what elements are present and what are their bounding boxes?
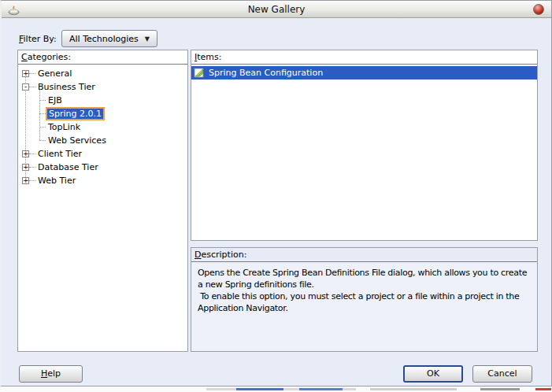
filter-dropdown[interactable]: All Technologies ▼ xyxy=(61,30,157,47)
expand-plus-icon[interactable]: + xyxy=(22,70,29,77)
tree-stub xyxy=(29,73,35,74)
tree-node-label[interactable]: Web Services xyxy=(46,135,109,146)
tree-node-general[interactable]: + General xyxy=(18,67,187,80)
tree-stub xyxy=(29,87,35,87)
tree-node-label[interactable]: Web Tier xyxy=(35,175,78,187)
close-button[interactable] xyxy=(533,4,544,15)
ok-button[interactable]: OK xyxy=(403,365,463,383)
expand-plus-icon[interactable]: + xyxy=(22,177,29,184)
tree-stub xyxy=(39,140,46,141)
tree-node-database-tier[interactable]: + Database Tier xyxy=(18,161,187,174)
cancel-button[interactable]: Cancel xyxy=(472,365,532,383)
desktop-artifacts xyxy=(0,386,552,392)
filter-by-label: Filter By: xyxy=(19,34,57,44)
title-bar[interactable]: New Gallery xyxy=(2,1,551,18)
tree-node-label[interactable]: Database Tier xyxy=(35,161,101,173)
expand-plus-icon[interactable]: + xyxy=(22,150,29,157)
tree-node-toplink[interactable]: TopLink xyxy=(18,120,187,134)
tree-node-client-tier[interactable]: + Client Tier xyxy=(18,147,187,161)
filter-dropdown-value: All Technologies xyxy=(69,34,139,44)
spring-bean-file-icon xyxy=(194,68,205,78)
tree-node-business-tier[interactable]: - Business Tier xyxy=(18,80,187,94)
tree-node-label[interactable]: Client Tier xyxy=(35,148,84,160)
tree-stub xyxy=(39,127,46,128)
tree-connector-line xyxy=(39,91,40,140)
items-header: Items: xyxy=(191,50,537,65)
description-panel: Description: Opens the Create Spring Bea… xyxy=(191,247,538,352)
new-gallery-dialog: New Gallery Filter By: All Technologies … xyxy=(0,0,552,386)
tree-stub xyxy=(29,180,35,181)
tree-stub xyxy=(39,113,46,114)
tree-stub xyxy=(29,153,35,154)
tree-node-label[interactable]: TopLink xyxy=(46,121,83,133)
tree-node-label[interactable]: General xyxy=(35,68,74,80)
tree-stub xyxy=(39,100,46,101)
tree-node-spring[interactable]: Spring 2.0.1 xyxy=(18,107,187,120)
tree-node-ejb[interactable]: EJB xyxy=(18,94,187,107)
tree-node-label[interactable]: EJB xyxy=(46,94,65,106)
categories-header: Categories: xyxy=(18,50,187,65)
description-text: Opens the Create Spring Bean Definitions… xyxy=(191,262,537,319)
items-panel: Items: Spring Bean Configuration xyxy=(191,50,538,241)
tree-node-label-selected[interactable]: Spring 2.0.1 xyxy=(46,107,105,120)
tree-node-web-tier[interactable]: + Web Tier xyxy=(18,174,187,187)
window-title: New Gallery xyxy=(2,4,551,15)
tree-node-label[interactable]: Business Tier xyxy=(35,81,98,93)
expand-plus-icon[interactable]: + xyxy=(22,164,29,171)
categories-tree: + General - Business Tier EJB Spring 2.0… xyxy=(18,65,187,187)
tree-node-web-services[interactable]: Web Services xyxy=(18,134,187,147)
chevron-down-icon: ▼ xyxy=(145,35,150,43)
tree-stub xyxy=(29,167,35,168)
categories-panel: Categories: + General - Business Tier EJ… xyxy=(17,50,188,352)
description-header: Description: xyxy=(191,248,537,262)
list-item-label: Spring Bean Configuration xyxy=(209,68,323,78)
help-button[interactable]: Help xyxy=(19,365,83,383)
list-item-spring-bean-configuration[interactable]: Spring Bean Configuration xyxy=(191,66,537,80)
collapse-minus-icon[interactable]: - xyxy=(22,83,29,91)
